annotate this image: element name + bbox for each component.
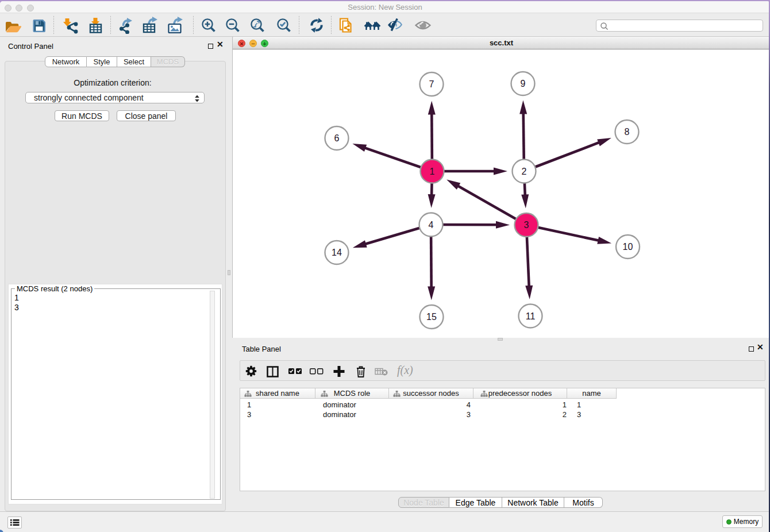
svg-text:7: 7	[429, 79, 434, 89]
svg-text:2: 2	[522, 167, 527, 176]
svg-text:3: 3	[524, 220, 529, 230]
svg-text:14: 14	[332, 248, 342, 257]
svg-text:10: 10	[623, 242, 633, 252]
svg-text:9: 9	[521, 79, 526, 88]
svg-text:15: 15	[426, 312, 437, 322]
svg-text:6: 6	[334, 133, 340, 143]
svg-text:8: 8	[625, 127, 630, 137]
svg-text:1: 1	[430, 167, 435, 176]
svg-text:11: 11	[526, 311, 536, 321]
svg-text:4: 4	[429, 220, 434, 230]
